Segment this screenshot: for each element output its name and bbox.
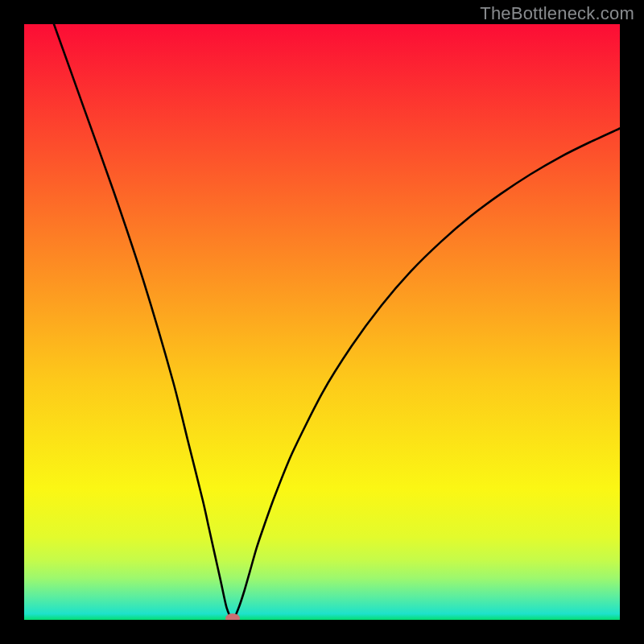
chart-frame: TheBottleneck.com	[0, 0, 644, 644]
watermark-text: TheBottleneck.com	[480, 3, 634, 24]
bottleneck-curve	[24, 24, 620, 620]
optimum-marker	[225, 613, 240, 620]
plot-area	[24, 24, 620, 620]
